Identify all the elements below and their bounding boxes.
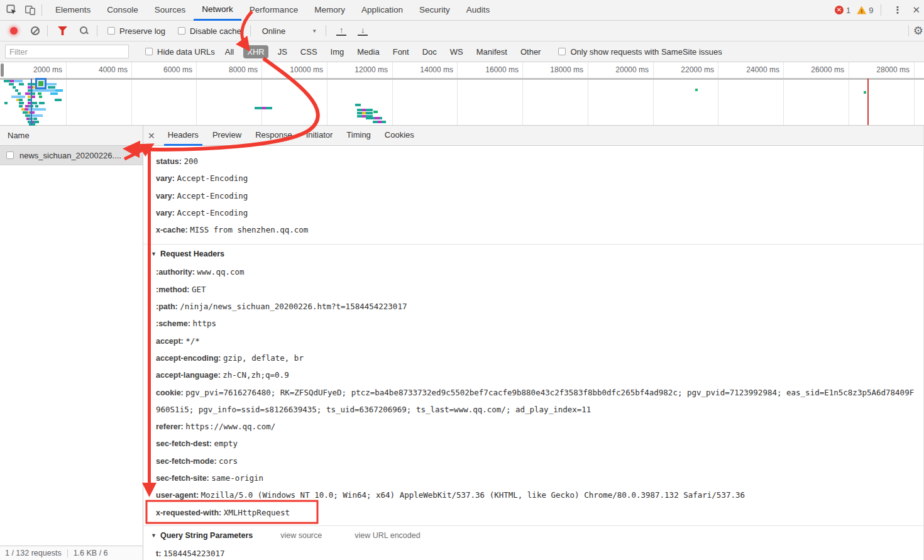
devtools-tab[interactable]: Audits — [458, 0, 498, 21]
import-har-icon[interactable]: ↑ — [336, 26, 346, 36]
name-column-header[interactable]: Name — [0, 126, 143, 146]
waterfall-bar — [25, 92, 30, 95]
waterfall-bar — [4, 80, 10, 82]
hide-data-urls-label[interactable]: Hide data URLs — [157, 47, 215, 57]
devtools-tab[interactable]: Performance — [241, 0, 306, 21]
timeline-scroll-handle[interactable] — [1, 63, 4, 77]
waterfall-bar — [35, 105, 38, 107]
waterfall-bar — [32, 102, 37, 104]
devtools-tab[interactable]: Sources — [146, 0, 194, 21]
preserve-log-label[interactable]: Preserve log — [119, 26, 165, 36]
network-settings-gear-icon[interactable]: ⚙ — [913, 24, 923, 38]
divider — [881, 4, 881, 16]
filter-pill[interactable]: WS — [446, 45, 467, 58]
waterfall-bar — [39, 102, 45, 104]
warning-icon[interactable]: ! — [857, 6, 866, 14]
filter-pill[interactable]: Doc — [419, 45, 441, 58]
timeline-gridline — [914, 62, 915, 125]
inspect-element-icon[interactable] — [6, 4, 18, 16]
samesite-checkbox[interactable] — [558, 48, 566, 55]
waterfall-bar — [19, 105, 23, 107]
warning-count[interactable]: 9 — [869, 6, 873, 15]
devtools-tab[interactable]: Application — [353, 0, 411, 21]
device-toolbar-icon[interactable] — [24, 4, 36, 16]
filter-pill[interactable]: Media — [353, 45, 383, 58]
search-icon[interactable] — [79, 26, 89, 36]
request-file-icon — [6, 151, 14, 159]
detail-tab[interactable]: Cookies — [378, 126, 421, 146]
waterfall-bar — [19, 102, 24, 104]
waterfall-bar — [266, 107, 272, 109]
filter-pill[interactable]: Other — [517, 45, 545, 58]
waterfall-bar — [380, 117, 382, 119]
filter-pill[interactable]: Manifest — [473, 45, 511, 58]
waterfall-bar — [864, 91, 866, 94]
waterfall-bar — [366, 112, 373, 114]
network-toolbar: Preserve log Disable cache Online ▼ ↑ ↓ … — [0, 21, 924, 41]
timeline-overview[interactable]: 2000 ms4000 ms6000 ms8000 ms10000 ms1200… — [0, 62, 924, 126]
record-button[interactable] — [10, 27, 18, 35]
request-headers-section-title[interactable]: ▼Request Headers — [143, 244, 924, 264]
view-source-link[interactable]: view source — [280, 531, 322, 540]
waterfall-bar — [47, 83, 57, 85]
filter-pill[interactable]: Font — [389, 45, 413, 58]
timeline-tick-label: 16000 ms — [483, 65, 519, 74]
chevron-down-icon[interactable]: ▼ — [312, 28, 317, 34]
filter-pill[interactable]: XHR — [243, 45, 268, 58]
detail-tab[interactable]: Timing — [339, 126, 378, 146]
request-header-line: cookie: pgv_pvi=7616276480; RK=ZFSQdUFye… — [143, 385, 924, 419]
response-header-line: vary: Accept-Encoding — [143, 170, 924, 187]
throttling-select[interactable]: Online — [262, 26, 286, 36]
request-header-line: referer: https://www.qq.com/ — [143, 419, 924, 436]
timeline-tick-label: 4000 ms — [92, 65, 128, 74]
filter-toggle-icon[interactable] — [58, 26, 67, 35]
request-row[interactable]: news_sichuan_20200226.... — [0, 146, 143, 165]
timeline-tick-label: 8000 ms — [222, 65, 258, 74]
request-header-line: x-requested-with: XMLHttpRequest — [143, 505, 924, 522]
filter-pill[interactable]: CSS — [297, 45, 321, 58]
query-string-section-title[interactable]: ▼Query String Parametersview sourceview … — [143, 526, 924, 546]
waterfall-bar — [25, 114, 30, 117]
waterfall-bar — [33, 118, 37, 120]
devtools-tab[interactable]: Network — [194, 0, 241, 21]
hide-data-urls-checkbox[interactable] — [145, 48, 153, 55]
devtools-tab[interactable]: Security — [411, 0, 458, 21]
filter-pill[interactable]: All — [221, 45, 238, 58]
request-header-line: accept-encoding: gzip, deflate, br — [143, 350, 924, 367]
clear-button[interactable] — [31, 26, 40, 35]
detail-tab[interactable]: Headers — [161, 126, 206, 146]
devtools-tab[interactable]: Elements — [47, 0, 99, 21]
view-url-encoded-link[interactable]: view URL encoded — [355, 531, 420, 540]
detail-tab[interactable]: Preview — [206, 126, 248, 146]
waterfall-bar — [19, 83, 24, 85]
divider — [908, 25, 909, 36]
close-detail-icon[interactable]: ✕ — [143, 131, 161, 141]
waterfall-bar — [375, 117, 380, 119]
detail-tab[interactable]: Initiator — [299, 126, 340, 146]
waterfall-bar — [23, 111, 28, 114]
waterfall-bar — [373, 121, 378, 123]
timeline-gridline — [66, 62, 67, 125]
request-header-line: accept: */* — [143, 333, 924, 350]
detail-tab[interactable]: Response — [248, 126, 299, 146]
filter-pill[interactable]: Img — [327, 45, 348, 58]
disable-cache-checkbox[interactable] — [178, 27, 185, 35]
disable-cache-label[interactable]: Disable cache — [190, 26, 241, 36]
filter-input[interactable] — [5, 45, 129, 58]
close-devtools-icon[interactable]: ✕ — [908, 4, 924, 16]
devtools-tab[interactable]: Memory — [306, 0, 353, 21]
timeline-gridline — [131, 62, 132, 125]
response-header-line: x-cache: MISS from shenzhen.qq.com — [143, 222, 924, 239]
load-event-marker — [867, 79, 869, 125]
preserve-log-checkbox[interactable] — [107, 27, 115, 35]
samesite-label[interactable]: Only show requests with SameSite issues — [570, 47, 722, 57]
devtools-tab[interactable]: Console — [99, 0, 146, 21]
more-options-icon[interactable]: ⋮ — [886, 4, 908, 16]
filter-pill[interactable]: JS — [274, 45, 291, 58]
export-har-icon[interactable]: ↓ — [358, 26, 368, 36]
waterfall-bar — [50, 92, 58, 95]
waterfall-bar — [695, 89, 698, 91]
error-icon[interactable]: ✕ — [835, 6, 844, 14]
error-count[interactable]: 1 — [846, 6, 850, 15]
timeline-gridline — [261, 62, 262, 125]
